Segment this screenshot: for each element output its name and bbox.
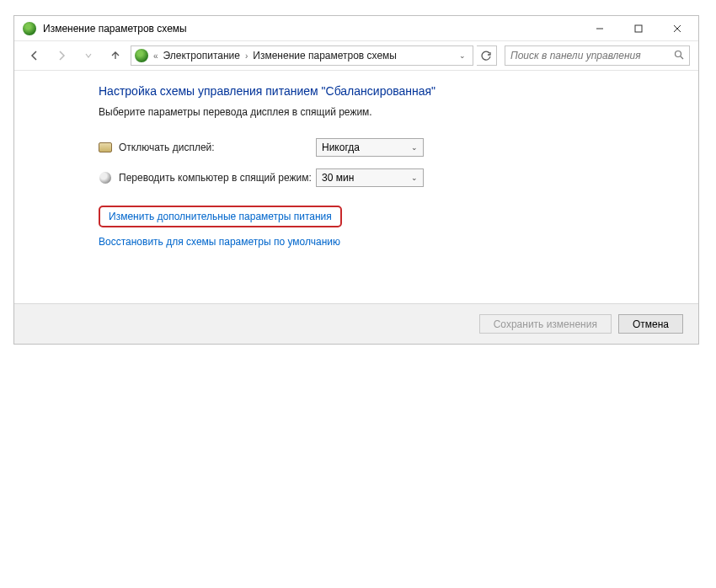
search-box[interactable] (505, 45, 690, 66)
display-off-label: Отключать дисплей: (119, 142, 215, 153)
advanced-settings-link[interactable]: Изменить дополнительные параметры питани… (109, 211, 332, 222)
content-area: Настройка схемы управления питанием "Сба… (14, 71, 698, 303)
search-icon (674, 50, 684, 62)
window-frame: Изменение параметров схемы (13, 15, 699, 345)
restore-defaults-link[interactable]: Восстановить для схемы параметры по умол… (99, 236, 340, 248)
breadcrumb[interactable]: « Электропитание › Изменение параметров … (131, 45, 473, 66)
maximize-button[interactable] (619, 17, 658, 40)
nav-toolbar: « Электропитание › Изменение параметров … (14, 41, 698, 71)
nav-back-button[interactable] (23, 45, 46, 67)
control-panel-icon (135, 49, 148, 62)
nav-up-button[interactable] (104, 45, 127, 67)
sleep-row: Переводить компьютер в спящий режим: 30 … (99, 168, 673, 187)
close-button[interactable] (658, 17, 697, 40)
minimize-button[interactable] (580, 17, 619, 40)
breadcrumb-parent[interactable]: Электропитание (163, 50, 240, 61)
power-plan-icon (23, 22, 36, 35)
nav-history-dropdown[interactable] (77, 45, 100, 67)
display-off-row: Отключать дисплей: Никогда ⌄ (99, 138, 673, 157)
save-button: Сохранить изменения (479, 314, 612, 334)
chevron-right-icon: › (243, 51, 249, 61)
display-off-dropdown[interactable]: Никогда ⌄ (316, 138, 424, 157)
moon-icon (99, 171, 112, 184)
search-input[interactable] (510, 50, 671, 61)
chevron-down-icon[interactable]: ⌄ (459, 51, 466, 60)
nav-forward-button[interactable] (50, 45, 73, 67)
cancel-button[interactable]: Отмена (618, 314, 683, 334)
titlebar: Изменение параметров схемы (14, 16, 698, 41)
sleep-value: 30 мин (322, 172, 354, 184)
sleep-label: Переводить компьютер в спящий режим: (119, 172, 312, 184)
button-bar: Сохранить изменения Отмена (14, 303, 698, 344)
monitor-icon (99, 141, 112, 154)
svg-rect-1 (635, 25, 642, 32)
svg-line-5 (681, 56, 683, 59)
breadcrumb-current[interactable]: Изменение параметров схемы (253, 50, 397, 61)
window-title: Изменение параметров схемы (43, 23, 187, 35)
highlight-annotation: Изменить дополнительные параметры питани… (99, 206, 342, 227)
window-controls (580, 17, 697, 40)
display-off-value: Никогда (322, 142, 360, 153)
chevron-down-icon: ⌄ (411, 143, 418, 152)
page-subtitle: Выберите параметры перевода дисплея в сп… (99, 106, 673, 118)
svg-point-4 (676, 51, 681, 56)
sleep-dropdown[interactable]: 30 мин ⌄ (316, 168, 424, 187)
breadcrumb-sep-icon: « (152, 51, 160, 61)
refresh-button[interactable] (477, 45, 497, 66)
page-title: Настройка схемы управления питанием "Сба… (99, 84, 673, 98)
chevron-down-icon: ⌄ (411, 174, 418, 182)
